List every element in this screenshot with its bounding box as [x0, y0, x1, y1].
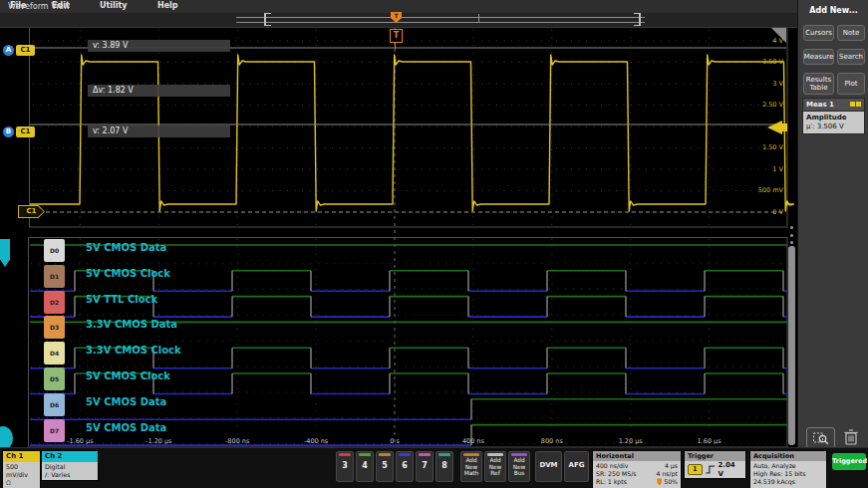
oscilloscope-app: File Edit Utility Help Waveform View T T… — [0, 0, 868, 488]
trigger-panel[interactable]: Trigger 1 2.04 V — [684, 450, 746, 479]
magnifier-icon — [812, 431, 830, 446]
digital-channel-badge[interactable]: D2 — [44, 291, 65, 314]
ch7-button[interactable]: 7 — [416, 451, 434, 482]
cursors-button[interactable]: Cursors — [803, 25, 834, 41]
settings-bar: Ch 1 500 mV/div Ω 100 MHz ≈ Ch 2 Digital… — [0, 447, 868, 488]
digital-channel-label: 3.3V CMOS Clock — [86, 345, 181, 356]
digital-channel-badge[interactable]: D4 — [44, 342, 65, 365]
ref-color-stripe — [487, 453, 503, 456]
cursor-b-channel-badge[interactable]: C1 — [16, 126, 35, 137]
ch5-label: 5 — [377, 461, 393, 470]
time-label: -800 ns — [215, 437, 259, 445]
digital-channel-label: 5V CMOS Data — [86, 422, 166, 433]
record-tick — [478, 14, 479, 23]
vertical-scrollbar[interactable] — [788, 246, 795, 445]
menu-utility[interactable]: Utility — [100, 1, 128, 10]
zoom-mode-button[interactable] — [806, 427, 835, 449]
time-label: -1.60 µs — [58, 437, 102, 445]
ch2-badge[interactable]: Ch 2 Digital ∕: Varies — [41, 450, 99, 481]
time-label: 1.60 µs — [688, 437, 731, 445]
ch1-scale: 500 mV/div — [6, 463, 37, 479]
trigger-level-arrow-tail — [782, 123, 787, 131]
ch3-color-stripe — [339, 453, 351, 456]
digital-channel-badge[interactable]: D0 — [44, 239, 65, 262]
acquisition-count: 24.539 kAcqs — [753, 478, 823, 486]
panel-splitter-handle[interactable] — [790, 226, 794, 244]
time-label: 800 ns — [530, 437, 574, 445]
ch1-impedance-icon: Ω — [6, 479, 37, 487]
plot-button[interactable]: Plot — [837, 73, 865, 95]
results-table-button[interactable]: Results Table — [803, 73, 834, 95]
digital-channel-badge[interactable]: D3 — [44, 316, 65, 339]
cursor-a-badge[interactable]: A — [3, 45, 14, 56]
scale-label: 1 V — [725, 165, 783, 173]
record-view-bar[interactable] — [236, 17, 645, 23]
scale-label: 0 V — [725, 208, 783, 216]
ch7-label: 7 — [417, 461, 433, 470]
cursor-b-badge[interactable]: B — [3, 126, 14, 137]
delete-button[interactable] — [840, 426, 862, 448]
digital-channel-label: 5V CMOS Clock — [86, 370, 170, 381]
ch3-button[interactable]: 3 — [336, 451, 354, 482]
digital-channel-label: 5V TTL Clock — [86, 294, 157, 305]
measurement-source-icon — [850, 102, 855, 107]
time-label: -400 ns — [294, 437, 338, 445]
digital-channel-badge[interactable]: D5 — [44, 367, 65, 390]
ch1-badge-title: Ch 1 — [3, 451, 40, 462]
digital-channel-badge[interactable]: D6 — [44, 393, 65, 416]
math-color-stripe — [463, 453, 479, 456]
add-new-math-button[interactable]: Add New Math — [460, 451, 482, 482]
ch5-button[interactable]: 5 — [376, 451, 394, 482]
note-button[interactable]: Note — [837, 25, 865, 41]
ch4-button[interactable]: 4 — [356, 451, 374, 482]
ch1-badge[interactable]: Ch 1 500 mV/div Ω 100 MHz ≈ — [2, 450, 41, 488]
horizontal-scale: 400 ns/div — [596, 462, 628, 470]
horizontal-panel[interactable]: Horizontal 400 ns/div4 µs SR: 250 MS/s4 … — [592, 450, 682, 488]
digital-channel-label: 5V CMOS Data — [86, 242, 166, 253]
measurement-name: Amplitude — [806, 114, 861, 122]
time-label: 0 s — [373, 437, 417, 445]
digital-channel-label: 5V CMOS Clock — [86, 268, 170, 279]
ch8-color-stripe — [438, 453, 450, 456]
horizontal-title: Horizontal — [593, 451, 681, 461]
acquisition-panel[interactable]: Acquisition Auto, Analyze High Res: 15 b… — [749, 450, 827, 488]
cursor-a-channel-badge[interactable]: C1 — [16, 45, 35, 56]
digital-channel-badge[interactable]: D1 — [44, 265, 65, 288]
sample-rate: SR: 250 MS/s — [596, 470, 636, 478]
measurement-badge[interactable]: Meas 1 Amplitude µ′: 3.506 V — [802, 98, 865, 134]
add-new-bus-button[interactable]: Add New Bus — [508, 451, 530, 482]
trigger-level-value: 2.04 V — [718, 461, 742, 477]
scale-label: 3.50 V — [725, 58, 783, 66]
ch2-mode: Digital — [45, 463, 95, 471]
add-new-title: Add New... — [798, 6, 868, 15]
trigger-source-badge: 1 — [688, 464, 703, 475]
zoom-bracket-left[interactable] — [264, 13, 271, 26]
dvm-button[interactable]: DVM — [535, 451, 562, 482]
afg-button[interactable]: AFG — [564, 451, 589, 482]
record-length: RL: 1 kpts — [596, 478, 627, 486]
zoom-bracket-right[interactable] — [634, 13, 641, 26]
search-button[interactable]: Search — [837, 49, 865, 65]
horizontal-window: 4 µs — [665, 462, 678, 470]
menu-help[interactable]: Help — [157, 1, 178, 10]
ch6-button[interactable]: 6 — [396, 451, 414, 482]
cursor-a-readout[interactable]: v: 3.89 V — [88, 40, 230, 52]
digital-channel-label: 3.3V CMOS Data — [86, 319, 177, 330]
waveform-view-title[interactable]: Waveform View — [8, 2, 70, 11]
ch7-color-stripe — [419, 453, 431, 456]
scale-label: 3 V — [725, 80, 783, 88]
add-new-ref-button[interactable]: Add New Ref — [484, 451, 506, 482]
ch8-button[interactable]: 8 — [435, 451, 453, 482]
scale-label: 1.50 V — [725, 143, 783, 151]
triggered-status-badge: Triggered — [832, 453, 866, 470]
trigger-flag-icon[interactable]: T — [390, 29, 403, 43]
acquisition-title: Acquisition — [750, 451, 826, 461]
rising-slope-icon — [706, 465, 716, 474]
ch1-ground-marker-label: C1 — [19, 206, 44, 217]
time-label: 400 ns — [451, 437, 495, 445]
cursor-b-readout[interactable]: v: 2.07 V — [88, 125, 230, 137]
add-new-ref-label: Add New Ref — [485, 457, 505, 477]
measure-button[interactable]: Measure — [803, 49, 834, 65]
cursor-delta-readout: Δv: 1.82 V — [88, 85, 230, 97]
trigger-level-arrow-icon[interactable] — [767, 121, 782, 134]
